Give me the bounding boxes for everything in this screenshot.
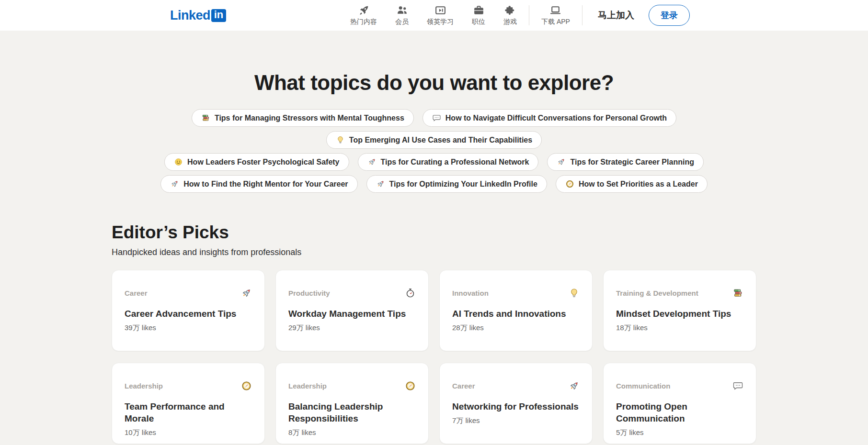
main-nav: 热门内容 会员 领英学习 职位 游戏 下载 APP xyxy=(341,4,690,26)
bulb-icon xyxy=(336,135,345,145)
card-likes: 7万 likes xyxy=(452,416,580,425)
topic-row-3: How Leaders Foster Psychological Safety … xyxy=(0,153,868,171)
topic-pill-managing-stressors[interactable]: Tips for Managing Stressors with Mental … xyxy=(192,109,414,127)
explore-title: What topics do you want to explore? xyxy=(0,71,868,95)
card-likes: 10万 likes xyxy=(125,428,252,437)
topic-row-4: How to Find the Right Mentor for Your Ca… xyxy=(0,175,868,193)
nav-divider xyxy=(529,5,529,25)
topic-pill-career-planning[interactable]: Tips for Strategic Career Planning xyxy=(547,153,703,171)
nav-item-download-app[interactable]: 下载 APP xyxy=(532,4,579,26)
pick-card-open-communication[interactable]: Communication Promoting Open Communicati… xyxy=(603,363,756,444)
stopwatch-icon xyxy=(405,288,416,299)
topic-pill-label: Tips for Curating a Professional Network xyxy=(381,158,529,167)
nav-item-hot-content[interactable]: 热门内容 xyxy=(341,4,386,26)
card-title: AI Trends and Innovations xyxy=(452,308,580,320)
pick-card-team-performance[interactable]: Leadership Team Performance and Morale 1… xyxy=(112,363,265,444)
nav-item-label: 热门内容 xyxy=(350,18,377,26)
card-likes: 5万 likes xyxy=(616,428,743,437)
rocket-icon xyxy=(557,157,566,167)
topic-pill-label: How to Set Priorities as a Leader xyxy=(579,180,698,189)
topic-pill-label: How to Find the Right Mentor for Your Ca… xyxy=(183,180,348,189)
pick-card-workday-management[interactable]: Productivity Workday Management Tips 29万… xyxy=(275,270,429,351)
bulb-icon xyxy=(569,288,580,299)
topic-pill-rows: Tips for Managing Stressors with Mental … xyxy=(0,109,868,193)
rocket-icon xyxy=(358,4,370,16)
topic-pill-professional-network[interactable]: Tips for Curating a Professional Network xyxy=(358,153,539,171)
card-category: Communication xyxy=(616,382,670,390)
nav-item-label: 职位 xyxy=(472,18,485,26)
books-icon xyxy=(732,288,743,299)
nav-item-membership[interactable]: 会员 xyxy=(386,4,418,26)
card-title: Team Performance and Morale xyxy=(125,400,252,424)
card-category: Productivity xyxy=(288,289,330,297)
card-title: Workday Management Tips xyxy=(288,308,416,320)
card-title: Balancing Leadership Responsibilities xyxy=(288,400,416,424)
card-likes: 28万 likes xyxy=(452,323,580,333)
card-category: Leadership xyxy=(125,382,163,390)
nav-item-label: 下载 APP xyxy=(541,18,570,26)
topic-pill-psychological-safety[interactable]: How Leaders Foster Psychological Safety xyxy=(164,153,349,171)
topic-pill-difficult-conversations[interactable]: How to Navigate Difficult Conversations … xyxy=(423,109,676,127)
card-likes: 18万 likes xyxy=(616,323,743,333)
rocket-icon xyxy=(170,179,179,189)
pick-card-mindset-development[interactable]: Training & Development Mindset Developme… xyxy=(603,270,756,351)
rocket-icon xyxy=(569,380,580,391)
topic-pill-label: Tips for Managing Stressors with Mental … xyxy=(215,114,404,122)
topic-pill-optimizing-profile[interactable]: Tips for Optimizing Your LinkedIn Profil… xyxy=(366,175,547,193)
topic-pill-set-priorities[interactable]: How to Set Priorities as a Leader xyxy=(556,175,708,193)
card-category: Leadership xyxy=(288,382,327,390)
topic-pill-label: Tips for Optimizing Your LinkedIn Profil… xyxy=(389,180,537,189)
compass-icon xyxy=(405,380,416,391)
top-navigation-bar: Linked in 热门内容 会员 领英学习 职位 游戏 xyxy=(0,0,868,31)
pick-card-networking[interactable]: Career Networking for Professionals 7万 l… xyxy=(439,363,593,444)
topic-pill-ai-use-cases[interactable]: Top Emerging AI Use Cases and Their Capa… xyxy=(326,131,542,149)
laptop-icon xyxy=(549,4,561,16)
join-now-link[interactable]: 马上加入 xyxy=(598,9,634,22)
pick-card-career-advancement[interactable]: Career Career Advancement Tips 39万 likes xyxy=(112,270,265,351)
nav-divider xyxy=(582,5,582,25)
topic-pill-right-mentor[interactable]: How to Find the Right Mentor for Your Ca… xyxy=(160,175,357,193)
card-title: Career Advancement Tips xyxy=(125,308,252,320)
compass-icon xyxy=(241,380,252,391)
topic-pill-label: Tips for Strategic Career Planning xyxy=(570,158,694,167)
learning-icon xyxy=(434,4,446,16)
books-icon xyxy=(201,113,210,122)
editors-picks-title: Editor’s Picks xyxy=(112,222,756,243)
linkedin-logo-text: Linked xyxy=(170,8,210,23)
topic-pill-label: How to Navigate Difficult Conversations … xyxy=(445,114,667,122)
topic-pill-label: How Leaders Foster Psychological Safety xyxy=(187,158,339,167)
smiley-icon xyxy=(174,157,183,167)
card-category: Career xyxy=(452,382,475,390)
card-title: Mindset Development Tips xyxy=(616,308,743,320)
card-likes: 8万 likes xyxy=(288,428,416,437)
pick-card-ai-trends[interactable]: Innovation AI Trends and Innovations 28万… xyxy=(439,270,593,351)
card-category: Career xyxy=(125,289,148,297)
puzzle-icon xyxy=(504,4,516,16)
pick-card-balancing-leadership[interactable]: Leadership Balancing Leadership Responsi… xyxy=(275,363,429,444)
card-title: Networking for Professionals xyxy=(452,400,580,412)
nav-item-learning[interactable]: 领英学习 xyxy=(418,4,463,26)
card-likes: 39万 likes xyxy=(125,323,252,333)
rocket-icon xyxy=(376,179,385,189)
nav-item-label: 游戏 xyxy=(503,18,517,26)
topic-row-1: Tips for Managing Stressors with Mental … xyxy=(0,109,868,127)
speech-icon xyxy=(432,113,441,122)
card-likes: 29万 likes xyxy=(288,323,416,333)
rocket-icon xyxy=(241,288,252,299)
linkedin-logo[interactable]: Linked in xyxy=(170,8,226,23)
card-category: Innovation xyxy=(452,289,489,297)
briefcase-icon xyxy=(473,4,485,16)
nav-item-jobs[interactable]: 职位 xyxy=(463,4,494,26)
topic-row-2: Top Emerging AI Use Cases and Their Capa… xyxy=(0,131,868,149)
picks-cards-grid: Career Career Advancement Tips 39万 likes… xyxy=(112,270,756,444)
main-content: What topics do you want to explore? Tips… xyxy=(0,71,868,444)
nav-item-label: 会员 xyxy=(395,18,409,26)
editors-picks-section: Editor’s Picks Handpicked ideas and insi… xyxy=(112,222,756,444)
topic-pill-label: Top Emerging AI Use Cases and Their Capa… xyxy=(349,136,532,145)
sign-in-button[interactable]: 登录 xyxy=(649,5,690,26)
linkedin-in-badge: in xyxy=(211,9,226,22)
rocket-icon xyxy=(367,157,377,167)
nav-item-label: 领英学习 xyxy=(427,18,454,26)
nav-item-games[interactable]: 游戏 xyxy=(494,4,526,26)
compass-icon xyxy=(565,179,574,189)
